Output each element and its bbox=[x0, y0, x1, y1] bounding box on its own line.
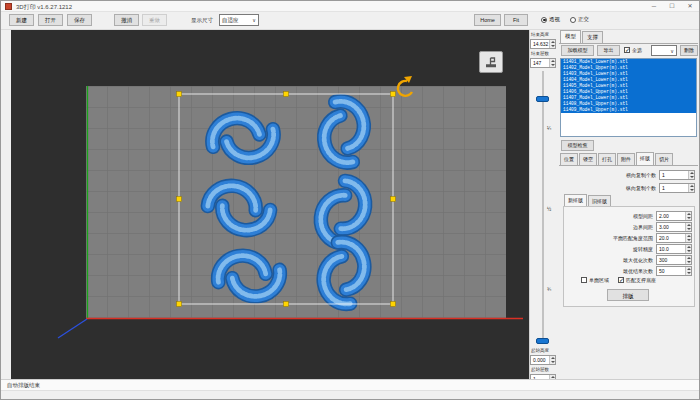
arrange-field-input[interactable]: 10.0 bbox=[656, 244, 692, 254]
panel-tab[interactable]: 模型 bbox=[560, 30, 581, 43]
arrange-field-label: 最优结果次数 bbox=[566, 268, 656, 274]
edit-tab[interactable]: 附件 bbox=[617, 153, 635, 165]
arrange-field-input[interactable]: 2.00 bbox=[656, 211, 692, 221]
stepper-icon[interactable] bbox=[685, 256, 691, 264]
stepper-icon[interactable] bbox=[549, 59, 555, 67]
minimize-button[interactable]: ─ bbox=[645, 1, 663, 12]
model-check-button[interactable]: 模型检查 bbox=[561, 140, 594, 151]
arrange-checkbox[interactable]: 单面区域 bbox=[581, 277, 609, 283]
chevron-down-icon: ∨ bbox=[668, 48, 676, 54]
copy-h-label: 横向复制个数 bbox=[563, 172, 659, 178]
arrange-field-row: 最优结果次数 50 bbox=[566, 265, 692, 276]
arrange-field-row: 边界间距 3.00 bbox=[566, 221, 692, 232]
slider-mark-quarter: ¼ bbox=[547, 125, 551, 131]
build-plate-grid bbox=[86, 86, 506, 318]
arrange-checkboxes: 单面区域 匹配支撑底座 bbox=[581, 277, 656, 283]
place-on-plate-icon bbox=[484, 55, 498, 69]
arrange-checkbox[interactable]: 匹配支撑底座 bbox=[618, 277, 656, 283]
edit-tab[interactable]: 镂空 bbox=[579, 153, 597, 165]
copy-h-input[interactable]: 1 bbox=[659, 170, 695, 180]
arrange-field-row: 最大优化次数 300 bbox=[566, 254, 692, 265]
arrange-field-input[interactable]: 20.0 bbox=[656, 233, 692, 243]
stepper-icon[interactable] bbox=[685, 245, 691, 253]
delete-button[interactable]: 删除 bbox=[680, 45, 698, 56]
stepper-icon[interactable] bbox=[549, 356, 555, 364]
window-title: 3D打印 v1.6.27.1212 bbox=[16, 3, 72, 12]
layer-slider-start-handle[interactable] bbox=[536, 338, 549, 344]
handle-bottom-left[interactable] bbox=[177, 302, 182, 307]
maximize-button[interactable]: ☐ bbox=[663, 1, 681, 12]
checkbox-icon bbox=[581, 277, 587, 283]
arrange-field-input[interactable]: 300 bbox=[656, 255, 692, 265]
home-button[interactable]: Home bbox=[474, 14, 501, 26]
edit-tab[interactable]: 排版 bbox=[636, 152, 654, 165]
copy-h-row: 横向复制个数 1 bbox=[563, 169, 695, 180]
handle-top-right[interactable] bbox=[391, 92, 396, 97]
checkbox-icon bbox=[618, 277, 624, 283]
end-height-input[interactable]: 14.632 bbox=[530, 39, 556, 49]
arrange-field-row: 旋转精度 10.0 bbox=[566, 243, 692, 254]
radio-on-icon bbox=[541, 17, 547, 23]
arrange-field-label: 最大优化次数 bbox=[566, 257, 656, 263]
stepper-icon[interactable] bbox=[685, 212, 691, 220]
handle-top-left[interactable] bbox=[177, 92, 182, 97]
handle-top-mid[interactable] bbox=[284, 92, 289, 97]
undo-button[interactable]: 撤消 bbox=[114, 14, 139, 26]
radio-off-icon bbox=[570, 17, 576, 23]
chevron-down-icon: ∨ bbox=[250, 17, 258, 23]
handle-bottom-right[interactable] bbox=[391, 302, 396, 307]
arrange-field-input[interactable]: 3.00 bbox=[656, 222, 692, 232]
edit-tab[interactable]: 位置 bbox=[560, 153, 578, 165]
arrange-button[interactable]: 排版 bbox=[607, 289, 649, 301]
end-layer-input[interactable]: 147 bbox=[530, 58, 556, 68]
export-button[interactable]: 导出 bbox=[597, 45, 620, 56]
layer-slider-end-handle[interactable] bbox=[536, 96, 549, 102]
new-button[interactable]: 新建 bbox=[9, 14, 34, 26]
tab-divider bbox=[559, 43, 698, 44]
stepper-icon[interactable] bbox=[549, 40, 555, 48]
checkbox-checked-icon bbox=[624, 47, 630, 53]
bottom-strip bbox=[1, 390, 700, 400]
start-height-label: 起始高度 bbox=[531, 348, 549, 353]
edit-tab[interactable]: 切片 bbox=[655, 153, 673, 165]
start-height-input[interactable]: 0.000 bbox=[530, 355, 556, 365]
app-window: 3D打印 v1.6.27.1212 ─ ☐ ✕ 新建 打开 保存 撤消 重做 显… bbox=[0, 0, 700, 400]
close-button[interactable]: ✕ bbox=[681, 1, 699, 12]
save-button[interactable]: 保存 bbox=[67, 14, 92, 26]
layer-slider-track[interactable] bbox=[542, 71, 544, 343]
display-size-label: 显示尺寸 bbox=[191, 17, 213, 24]
stepper-icon[interactable] bbox=[685, 234, 691, 242]
stepper-icon[interactable] bbox=[685, 223, 691, 231]
place-on-plate-button[interactable] bbox=[479, 51, 503, 73]
model-file-list[interactable]: 11401_Model_Lower(m).stl11402_Model_Uppe… bbox=[560, 58, 697, 137]
arrange-field-input[interactable]: 50 bbox=[656, 266, 692, 276]
file-list-item[interactable]: 11409_Model_Upper(m).stl bbox=[561, 107, 696, 113]
perspective-radio[interactable]: 透视 bbox=[541, 16, 560, 23]
viewport-3d[interactable] bbox=[11, 30, 529, 379]
tab-divider bbox=[559, 165, 698, 166]
z-axis-line bbox=[58, 319, 87, 338]
stepper-icon[interactable] bbox=[685, 267, 691, 275]
open-button[interactable]: 打开 bbox=[38, 14, 63, 26]
display-size-select[interactable]: 自适应 ∨ bbox=[219, 14, 259, 26]
viewport-canvas bbox=[11, 30, 529, 379]
stepper-icon[interactable] bbox=[688, 184, 694, 192]
orthographic-radio[interactable]: 正交 bbox=[570, 16, 589, 23]
handle-bottom-mid[interactable] bbox=[284, 302, 289, 307]
edit-tab[interactable]: 打孔 bbox=[598, 153, 616, 165]
arrange-field-label: 旋转精度 bbox=[566, 246, 656, 252]
arrange-field-label: 平面匹配角度范围 bbox=[566, 235, 656, 241]
redo-button[interactable]: 重做 bbox=[142, 14, 167, 26]
select-all-checkbox[interactable]: 全选 bbox=[624, 47, 642, 53]
list-filter-select[interactable]: ∨ bbox=[651, 45, 677, 56]
arrange-field-row: 平面匹配角度范围 20.0 bbox=[566, 232, 692, 243]
main-toolbar: 新建 打开 保存 撤消 重做 显示尺寸 自适应 ∨ Home Fit 透视 正交 bbox=[1, 12, 700, 30]
end-height-label: 结束高度 bbox=[531, 32, 549, 37]
stepper-icon[interactable] bbox=[688, 171, 694, 179]
load-model-button[interactable]: 加载模型 bbox=[561, 45, 594, 56]
copy-v-input[interactable]: 1 bbox=[659, 183, 695, 193]
handle-mid-left[interactable] bbox=[177, 197, 182, 202]
handle-mid-right[interactable] bbox=[391, 197, 396, 202]
fit-button[interactable]: Fit bbox=[504, 14, 528, 26]
panel-tab[interactable]: 支撑 bbox=[582, 31, 603, 43]
